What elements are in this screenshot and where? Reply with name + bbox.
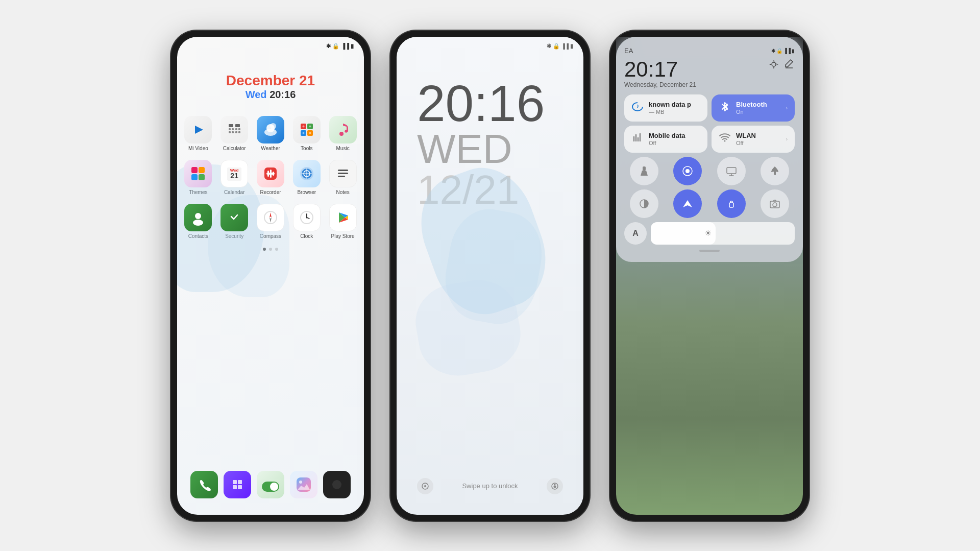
app-icon-playstore [329, 204, 357, 231]
app-mivideo[interactable]: Mi Video [182, 116, 214, 152]
app-icon-notes [329, 160, 357, 187]
lock-day-display: WED [417, 129, 583, 170]
battery-icon-lock: ▮ [570, 43, 573, 50]
cc-quick-tiles: known data p — MB Bluetooth [624, 94, 795, 122]
dock-menu[interactable] [323, 471, 351, 498]
phone-2-lock: ✱ 🔒 ▐▐ ▮ 20:16 WED 12/21 [390, 31, 590, 521]
cc-edit-icon[interactable] [783, 59, 795, 73]
svg-rect-7 [235, 128, 237, 130]
app-label-clock: Clock [300, 233, 313, 239]
cc-btn-contrast[interactable] [630, 189, 658, 218]
svg-marker-48 [270, 218, 272, 223]
svg-rect-43 [338, 176, 345, 177]
date-month: December [226, 73, 299, 88]
app-label-music: Music [336, 146, 350, 152]
cc-settings-icon[interactable] [768, 59, 779, 73]
swipe-unlock-bar[interactable]: Swipe up to unlock [397, 478, 583, 494]
svg-rect-24 [199, 167, 205, 173]
cc-btn-camera[interactable] [761, 189, 789, 218]
svg-point-21 [309, 132, 311, 134]
cc-tile-wlan[interactable]: WLAN Off › [712, 126, 795, 153]
dock-icon-menu [323, 471, 351, 498]
cc-btn-dnd[interactable] [673, 157, 702, 185]
app-label-notes: Notes [336, 189, 350, 196]
brightness-slider[interactable]: ☀ [651, 222, 795, 245]
brightness-icon: ☀ [704, 228, 712, 238]
cc-bluetooth-sub: On [736, 109, 781, 115]
app-label-browser: Browser [297, 189, 316, 196]
cc-bluetooth-text: Bluetooth On [736, 101, 781, 115]
svg-rect-81 [729, 203, 733, 207]
app-browser[interactable]: Browser [290, 160, 323, 196]
app-icon-music [329, 116, 357, 143]
svg-rect-42 [338, 173, 348, 174]
svg-rect-23 [191, 167, 198, 173]
cc-battery-icon: ▮ [792, 48, 795, 54]
app-weather[interactable]: Weather [255, 116, 287, 152]
svg-rect-6 [235, 124, 240, 127]
cc-tile-data[interactable]: known data p — MB [624, 94, 707, 122]
cc-bluetooth-icon: ✱ [771, 48, 775, 54]
svg-point-22 [339, 132, 344, 136]
bluetooth-icon-lock: ✱ [547, 43, 551, 50]
dock-phone[interactable] [190, 471, 218, 498]
dock-gallery[interactable] [290, 471, 317, 498]
app-recorder[interactable]: Recorder [255, 160, 287, 196]
app-notes[interactable]: Notes [327, 160, 359, 196]
cc-btn-location[interactable] [673, 189, 702, 218]
cc-round-btns-1 [624, 157, 795, 185]
svg-rect-60 [238, 485, 242, 489]
svg-point-83 [773, 203, 777, 207]
lock-right-icon [547, 478, 563, 494]
cc-wlan-text: WLAN Off [736, 132, 781, 146]
app-icon-contacts [184, 204, 212, 231]
app-icon-themes [184, 160, 212, 187]
app-icon-calendar: Wed 21 [220, 160, 248, 187]
svg-rect-41 [338, 170, 348, 171]
date-day-number: 21 [299, 73, 315, 88]
status-bar-lock: ✱ 🔒 ▐▐ ▮ [397, 37, 583, 52]
cc-btn-screencast[interactable] [717, 157, 746, 185]
cc-header: 20:17 Wednesday, December 21 [624, 59, 795, 88]
svg-point-44 [195, 213, 201, 219]
cc-font-size-btn[interactable]: A [624, 222, 647, 245]
cc-btn-lock-rotate[interactable] [717, 189, 746, 218]
svg-rect-10 [238, 131, 240, 133]
cc-btn-airplane[interactable] [761, 157, 789, 185]
dock-files[interactable] [224, 471, 251, 498]
home-screen: ✱ 🔒 ▐▐ ▮ December 21 Wed 20:16 [177, 37, 364, 515]
svg-rect-33 [267, 171, 269, 177]
svg-marker-80 [683, 200, 692, 207]
app-clock[interactable]: Clock [290, 204, 323, 239]
app-tools[interactable]: Tools [290, 116, 323, 152]
cc-tile-bluetooth[interactable]: Bluetooth On › [712, 94, 795, 122]
cc-data-icon [631, 101, 644, 115]
cc-mobiledata-sub: Off [649, 140, 700, 146]
cc-wlan-icon [719, 132, 731, 147]
date-line-2: Wed 20:16 [177, 89, 364, 101]
svg-point-67 [424, 485, 426, 487]
app-label-weather: Weather [261, 146, 280, 152]
svg-point-52 [306, 217, 307, 218]
app-playstore[interactable]: Play Store [327, 204, 359, 239]
cc-status-icons: ✱ 🔒 ▐▐ ▮ [771, 48, 795, 54]
cc-location-icon: 🔒 [776, 48, 782, 54]
app-label-playstore: Play Store [331, 233, 355, 239]
app-icon-recorder [257, 160, 284, 187]
cc-tile-mobiledata[interactable]: Mobile data Off [624, 126, 707, 153]
svg-point-69 [554, 484, 556, 485]
phone-1-home: ✱ 🔒 ▐▐ ▮ December 21 Wed 20:16 [171, 31, 370, 521]
dock-toggle[interactable] [257, 471, 284, 498]
app-calculator[interactable]: Calculator [218, 116, 251, 152]
control-center-screen: EA ✱ 🔒 ▐▐ ▮ 20:17 Wednesday, December 21 [616, 37, 803, 515]
date-line-1: December 21 [177, 73, 364, 89]
cc-mobiledata-name: Mobile data [649, 132, 700, 140]
app-icon-weather [257, 116, 284, 143]
app-music[interactable]: Music [327, 116, 359, 152]
phone-3-control: EA ✱ 🔒 ▐▐ ▮ 20:17 Wednesday, December 21 [610, 31, 809, 521]
cc-carrier: EA [624, 47, 633, 55]
dock-icon-toggle [257, 471, 284, 498]
dock-icon-gallery [290, 471, 317, 498]
cc-time-display: 20:17 [624, 59, 696, 80]
cc-btn-torch[interactable] [630, 157, 658, 185]
